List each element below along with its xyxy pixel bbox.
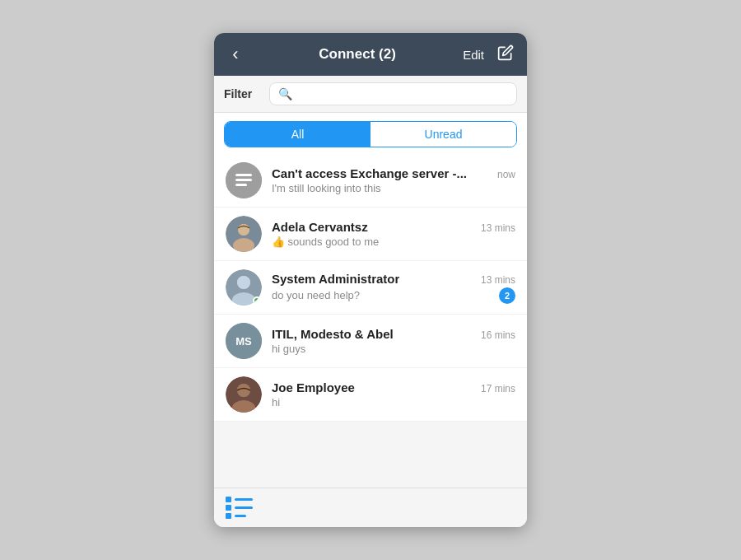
tab-all[interactable]: All xyxy=(225,122,370,147)
conv-top-joe: Joe Employee 17 mins xyxy=(272,380,515,394)
conversation-list: Can't access Exchange server -... now I'… xyxy=(214,154,527,422)
conv-preview-joe: hi xyxy=(272,396,515,408)
chevron-left-icon: ‹ xyxy=(232,44,238,65)
nav-row-1 xyxy=(226,497,253,502)
conv-body-adela: Adela Cervantsz 13 mins 👍 sounds good to… xyxy=(272,220,515,248)
conversation-item-adela[interactable]: Adela Cervantsz 13 mins 👍 sounds good to… xyxy=(214,208,527,261)
conv-body-exchange: Can't access Exchange server -... now I'… xyxy=(272,166,515,194)
conversation-empty-space xyxy=(214,422,527,488)
conv-time-adela: 13 mins xyxy=(481,222,515,234)
conv-top-exchange: Can't access Exchange server -... now xyxy=(272,166,515,180)
svg-point-17 xyxy=(237,384,250,397)
nav-dot-3 xyxy=(226,513,231,519)
conv-preview-sysadmin: do you need help? 2 xyxy=(272,287,515,304)
header-title: Connect (2) xyxy=(257,46,458,63)
svg-rect-2 xyxy=(235,179,252,181)
conversation-item-joe[interactable]: Joe Employee 17 mins hi xyxy=(214,368,527,422)
conv-time-itil: 16 mins xyxy=(481,329,515,341)
preview-text-sysadmin: do you need help? xyxy=(272,289,360,301)
avatar-itil: MS xyxy=(226,323,262,359)
nav-dot-1 xyxy=(226,497,231,502)
conv-preview-adela: 👍 sounds good to me xyxy=(272,236,515,248)
svg-text:MS: MS xyxy=(235,335,252,348)
compose-button[interactable] xyxy=(492,41,519,68)
conv-body-sysadmin: System Administrator 13 mins do you need… xyxy=(272,272,515,304)
conv-preview-itil: hi guys xyxy=(272,343,515,355)
svg-point-11 xyxy=(237,276,250,289)
conv-name-itil: ITIL, Modesto & Abel xyxy=(272,327,394,341)
avatar-sysadmin xyxy=(226,269,262,306)
edit-button[interactable]: Edit xyxy=(458,44,489,65)
conversation-item-exchange[interactable]: Can't access Exchange server -... now I'… xyxy=(214,154,527,208)
conversation-item-itil[interactable]: MS ITIL, Modesto & Abel 16 mins hi guys xyxy=(214,315,527,368)
filter-input[interactable] xyxy=(297,87,508,100)
bottom-nav xyxy=(214,488,527,527)
unread-badge-sysadmin: 2 xyxy=(499,287,515,304)
conv-top-adela: Adela Cervantsz 13 mins xyxy=(272,220,515,234)
conv-body-itil: ITIL, Modesto & Abel 16 mins hi guys xyxy=(272,327,515,355)
tabs: All Unread xyxy=(224,121,517,147)
conv-name-exchange: Can't access Exchange server -... xyxy=(272,166,467,180)
avatar-adela xyxy=(226,216,262,252)
conv-name-adela: Adela Cervantsz xyxy=(272,220,368,234)
conv-name-sysadmin: System Administrator xyxy=(272,272,399,286)
search-icon: 🔍 xyxy=(278,87,292,100)
conv-time-joe: 17 mins xyxy=(481,383,515,394)
conv-preview-exchange: I'm still looking into this xyxy=(272,182,515,194)
conv-body-joe: Joe Employee 17 mins hi xyxy=(272,380,515,408)
filter-input-wrap: 🔍 xyxy=(269,82,517,105)
tab-unread[interactable]: Unread xyxy=(370,122,516,147)
filter-bar: Filter 🔍 xyxy=(214,76,527,113)
nav-dot-2 xyxy=(226,505,231,511)
avatar-joe xyxy=(226,376,262,413)
back-button[interactable]: ‹ xyxy=(214,33,257,76)
conversation-item-sysadmin[interactable]: System Administrator 13 mins do you need… xyxy=(214,261,527,315)
online-indicator xyxy=(253,296,261,305)
header: ‹ Connect (2) Edit xyxy=(214,33,527,76)
header-actions: Edit xyxy=(458,41,527,68)
nav-line-2 xyxy=(235,506,253,509)
phone-frame: ‹ Connect (2) Edit Filter 🔍 All Unread xyxy=(214,33,527,527)
avatar-exchange xyxy=(226,162,262,198)
conv-time-sysadmin: 13 mins xyxy=(481,274,515,286)
nav-row-2 xyxy=(226,505,253,511)
conv-top-itil: ITIL, Modesto & Abel 16 mins xyxy=(272,327,515,341)
app-navigator-button[interactable] xyxy=(226,497,253,519)
filter-label: Filter xyxy=(224,87,261,100)
conv-name-joe: Joe Employee xyxy=(272,380,355,394)
svg-rect-3 xyxy=(235,184,247,186)
svg-rect-1 xyxy=(235,174,252,176)
nav-row-3 xyxy=(226,513,253,519)
conv-top-sysadmin: System Administrator 13 mins xyxy=(272,272,515,286)
nav-line-3 xyxy=(235,515,246,517)
conv-time-exchange: now xyxy=(497,169,515,180)
nav-line-1 xyxy=(235,498,253,501)
conversations-area: All Unread Can't access Exchange server xyxy=(214,121,527,488)
